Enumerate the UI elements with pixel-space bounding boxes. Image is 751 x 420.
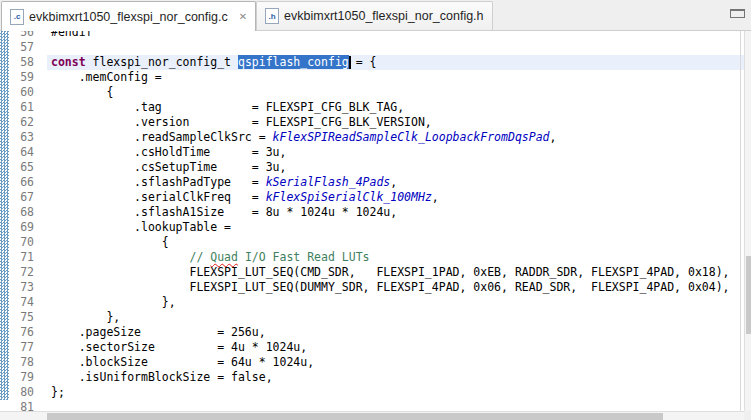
line-number[interactable]: 72 [0, 265, 34, 280]
tab-bar: .cevkbimxrt1050_flexspi_nor_config.c✕.he… [0, 0, 751, 31]
code-line-58[interactable]: 58const flexspi_nor_config_t qspiflash_c… [0, 55, 744, 70]
line-number[interactable]: 70 [0, 235, 34, 250]
code-line-73[interactable]: 73 FLEXSPI_LUT_SEQ(DUMMY_SDR, FLEXSPI_4P… [0, 280, 744, 295]
code-text: .csSetupTime = 3u, [34, 160, 286, 174]
code-token: .csHoldTime = 3u, [51, 145, 286, 159]
code-token: FLEXSPI_LUT_SEQ(DUMMY_SDR, FLEXSPI_4PAD,… [51, 280, 730, 294]
tab-c-file[interactable]: .cevkbimxrt1050_flexspi_nor_config.c✕ [1, 1, 256, 31]
code-token: .sectorSize = 4u * 1024u, [51, 340, 307, 354]
vertical-scrollbar[interactable] [744, 31, 751, 411]
line-number[interactable]: 79 [0, 370, 34, 385]
line-number[interactable]: 66 [0, 175, 34, 190]
code-line-60[interactable]: 60 { [0, 85, 744, 100]
line-number[interactable]: 76 [0, 325, 34, 340]
code-token: }, [51, 295, 176, 309]
code-line-70[interactable]: 70 { [0, 235, 744, 250]
code-text: { [34, 85, 113, 99]
line-number[interactable]: 75 [0, 310, 34, 325]
code-line-76[interactable]: 76 .pageSize = 256u, [0, 325, 744, 340]
code-token: FLEXSPI_LUT_SEQ(CMD_SDR, FLEXSPI_1PAD, 0… [51, 265, 730, 279]
code-line-68[interactable]: 68 .sflashA1Size = 8u * 1024u * 1024u, [0, 205, 744, 220]
code-token: { [51, 85, 113, 99]
line-number[interactable]: 80 [0, 385, 34, 400]
text-caret [349, 56, 351, 69]
line-number[interactable]: 65 [0, 160, 34, 175]
code-token: }; [51, 385, 65, 399]
tab-h-file[interactable]: .hevkbimxrt1050_flexspi_nor_config.h [256, 1, 492, 30]
code-text: .memConfig = [34, 70, 162, 84]
code-text: .isUniformBlockSize = false, [34, 370, 273, 384]
code-text: .tag = FLEXSPI_CFG_BLK_TAG, [34, 100, 404, 114]
code-line-59[interactable]: 59 .memConfig = [0, 70, 744, 85]
code-line-63[interactable]: 63 .readSampleClkSrc = kFlexSPIReadSampl… [0, 130, 744, 145]
code-text: FLEXSPI_LUT_SEQ(DUMMY_SDR, FLEXSPI_4PAD,… [34, 280, 730, 294]
code-line-69[interactable]: 69 .lookupTable = [0, 220, 744, 235]
code-token: kSerialFlash_4Pads [266, 175, 391, 189]
line-number[interactable]: 60 [0, 85, 34, 100]
line-number[interactable]: 63 [0, 130, 34, 145]
code-token: kFlexSPIReadSampleClk_LoopbackFromDqsPad [273, 130, 550, 144]
code-line-66[interactable]: 66 .sflashPadType = kSerialFlash_4Pads, [0, 175, 744, 190]
tab-label: evkbimxrt1050_flexspi_nor_config.h [284, 9, 483, 23]
code-text: }; [34, 385, 65, 399]
code-line-77[interactable]: 77 .sectorSize = 4u * 1024u, [0, 340, 744, 355]
code-line-78[interactable]: 78 .blockSize = 64u * 1024u, [0, 355, 744, 370]
code-line-65[interactable]: 65 .csSetupTime = 3u, [0, 160, 744, 175]
code-editor-window: .cevkbimxrt1050_flexspi_nor_config.c✕.he… [0, 0, 751, 420]
restore-view-icon[interactable] [730, 9, 745, 18]
code-token: #endif [51, 31, 93, 39]
line-number[interactable]: 62 [0, 115, 34, 130]
line-number[interactable]: 57 [0, 40, 34, 55]
line-number[interactable]: 77 [0, 340, 34, 355]
line-number[interactable]: 68 [0, 205, 34, 220]
code-token: .csSetupTime = 3u, [51, 160, 286, 174]
c-file-icon: .c [10, 9, 24, 25]
code-line-56[interactable]: 56#endif [0, 31, 744, 40]
code-line-62[interactable]: 62 .version = FLEXSPI_CFG_BLK_VERSION, [0, 115, 744, 130]
line-number[interactable]: 64 [0, 145, 34, 160]
code-text: .csHoldTime = 3u, [34, 145, 286, 159]
code-token: kFlexSpiSerialClk_100MHz [266, 190, 432, 204]
code-token: .lookupTable = [51, 220, 231, 234]
editor-area[interactable]: 56#endif5758const flexspi_nor_config_t q… [0, 31, 751, 420]
code-token: }, [51, 310, 120, 324]
code-token: , [550, 130, 557, 144]
code-line-75[interactable]: 75 }, [0, 310, 744, 325]
line-number[interactable]: 73 [0, 280, 34, 295]
code-text [34, 40, 51, 54]
selected-text: qspiflash_config [238, 55, 349, 69]
line-number[interactable]: 71 [0, 250, 34, 265]
code-token: .memConfig = [51, 70, 162, 84]
code-line-64[interactable]: 64 .csHoldTime = 3u, [0, 145, 744, 160]
line-number[interactable]: 74 [0, 295, 34, 310]
code-text: const flexspi_nor_config_t qspiflash_con… [34, 55, 376, 69]
code-line-80[interactable]: 80}; [0, 385, 744, 400]
code-token: .serialClkFreq = [51, 190, 266, 204]
code-line-57[interactable]: 57 [0, 40, 744, 55]
horizontal-scrollbar[interactable] [0, 411, 744, 420]
line-number[interactable]: 69 [0, 220, 34, 235]
tab-label: evkbimxrt1050_flexspi_nor_config.c [29, 10, 228, 24]
code-token: const [51, 55, 86, 69]
code-line-61[interactable]: 61 .tag = FLEXSPI_CFG_BLK_TAG, [0, 100, 744, 115]
h-file-icon: .h [265, 8, 279, 24]
line-number[interactable]: 56 [0, 31, 34, 40]
code-line-67[interactable]: 67 .serialClkFreq = kFlexSpiSerialClk_10… [0, 190, 744, 205]
code-text: // Quad I/O Fast Read LUTs [34, 250, 370, 264]
line-number[interactable]: 61 [0, 100, 34, 115]
horizontal-scrollbar-thumb[interactable] [47, 413, 663, 420]
print-margin-line [740, 31, 741, 411]
code-line-79[interactable]: 79 .isUniformBlockSize = false, [0, 370, 744, 385]
code-line-71[interactable]: 71 // Quad I/O Fast Read LUTs [0, 250, 744, 265]
line-number[interactable]: 58 [0, 55, 34, 70]
code-token: .sflashPadType = [51, 175, 266, 189]
code-token: .tag = FLEXSPI_CFG_BLK_TAG, [51, 100, 404, 114]
code-line-72[interactable]: 72 FLEXSPI_LUT_SEQ(CMD_SDR, FLEXSPI_1PAD… [0, 265, 744, 280]
close-icon[interactable]: ✕ [239, 11, 247, 22]
line-number[interactable]: 67 [0, 190, 34, 205]
line-number[interactable]: 59 [0, 70, 34, 85]
vertical-scrollbar-thumb[interactable] [746, 256, 751, 334]
code-token: .version = FLEXSPI_CFG_BLK_VERSION, [51, 115, 432, 129]
code-line-74[interactable]: 74 }, [0, 295, 744, 310]
line-number[interactable]: 78 [0, 355, 34, 370]
